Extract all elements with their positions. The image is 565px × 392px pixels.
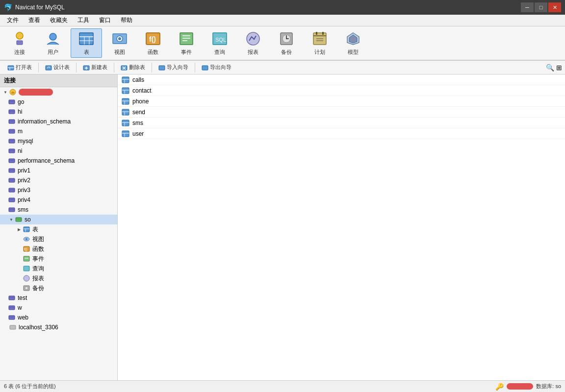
toolbar-user-label: 用户 bbox=[48, 49, 58, 56]
action-export[interactable]: 导出向导 bbox=[197, 62, 236, 73]
action-sep-4 bbox=[152, 63, 152, 73]
toolbar-report[interactable]: 报表 bbox=[237, 28, 269, 58]
database-icon-priv2 bbox=[8, 176, 16, 184]
sidebar-item-ni[interactable]: ni bbox=[0, 146, 117, 156]
close-button[interactable]: ✕ bbox=[548, 2, 561, 12]
open-icon bbox=[7, 64, 14, 71]
maximize-button[interactable]: □ bbox=[535, 2, 547, 12]
event-group-icon bbox=[23, 255, 30, 263]
svg-rect-44 bbox=[9, 100, 15, 104]
report-icon bbox=[245, 31, 261, 47]
toolbar-model-label: 模型 bbox=[348, 49, 359, 56]
minimize-button[interactable]: ─ bbox=[521, 2, 534, 12]
menu-view[interactable]: 查看 bbox=[24, 15, 45, 25]
sidebar-item-mysql[interactable]: mysql bbox=[0, 136, 117, 146]
grid-icon[interactable]: ⊞ bbox=[556, 64, 562, 72]
table-name-calls: calls bbox=[132, 76, 144, 83]
table-group-icon bbox=[23, 225, 30, 233]
menu-tools[interactable]: 工具 bbox=[73, 15, 94, 25]
sidebar-item-connection1[interactable]: ▼ db bbox=[0, 87, 117, 97]
sidebar-item-priv1[interactable]: priv1 bbox=[0, 166, 117, 175]
db-so-label: so bbox=[25, 216, 31, 223]
list-item-calls[interactable]: calls bbox=[118, 74, 565, 85]
sidebar-item-web[interactable]: web bbox=[0, 313, 117, 322]
search-icon[interactable]: 🔍 bbox=[546, 64, 554, 72]
sidebar-item-localhost[interactable]: ▶ localhost_3306 bbox=[0, 322, 117, 332]
toolbar-table[interactable]: 表 bbox=[71, 28, 102, 58]
database-icon-m bbox=[8, 127, 16, 135]
toolbar-schedule[interactable]: 计划 bbox=[304, 28, 335, 58]
toolbar-query[interactable]: SQL 查询 bbox=[204, 28, 235, 58]
action-sep-2 bbox=[76, 63, 77, 73]
sidebar-item-priv3[interactable]: priv3 bbox=[0, 185, 117, 195]
model-icon bbox=[345, 31, 361, 47]
table-name-phone: phone bbox=[132, 98, 149, 105]
toolbar-user[interactable]: 用户 bbox=[37, 28, 69, 58]
sidebar: 连接 ▼ db go bbox=[0, 74, 118, 380]
toolbar-function-label: 函数 bbox=[148, 49, 158, 56]
database-icon-sms bbox=[8, 206, 16, 214]
action-open[interactable]: 打开表 bbox=[3, 62, 36, 73]
db-sms-label: sms bbox=[18, 206, 28, 213]
sidebar-item-so-function[interactable]: f() 函数 bbox=[0, 244, 117, 254]
database-icon-web bbox=[8, 314, 16, 321]
sidebar-item-so-view[interactable]: 视图 bbox=[0, 234, 117, 244]
svg-rect-68 bbox=[16, 218, 22, 221]
sidebar-item-priv4[interactable]: priv4 bbox=[0, 195, 117, 205]
svg-rect-85 bbox=[9, 306, 15, 310]
svg-rect-79 bbox=[24, 266, 29, 271]
sidebar-item-so[interactable]: ▼ so bbox=[0, 215, 117, 224]
list-item-sms[interactable]: sms bbox=[118, 118, 565, 128]
database-icon-so bbox=[15, 216, 23, 223]
action-delete[interactable]: 删除表 bbox=[116, 62, 150, 73]
toolbar-event[interactable]: 事件 bbox=[171, 28, 202, 58]
sidebar-item-m[interactable]: m bbox=[0, 126, 117, 136]
toolbar-backup[interactable]: 备份 bbox=[271, 28, 302, 58]
query-group-icon bbox=[23, 265, 30, 272]
backup-icon bbox=[279, 31, 294, 47]
sidebar-item-so-query[interactable]: 查询 bbox=[0, 264, 117, 273]
action-bar-right: 🔍 ⊞ bbox=[546, 64, 562, 72]
menu-help[interactable]: 帮助 bbox=[116, 15, 137, 25]
action-new[interactable]: 新建表 bbox=[78, 62, 112, 73]
database-icon-priv4 bbox=[8, 196, 16, 204]
report-group-icon bbox=[23, 274, 30, 282]
sidebar-item-go[interactable]: go bbox=[0, 97, 117, 107]
menu-favorites[interactable]: 收藏夹 bbox=[45, 15, 73, 25]
so-table-label: 表 bbox=[32, 225, 38, 234]
svg-rect-64 bbox=[9, 198, 15, 202]
sidebar-item-so-table[interactable]: ▶ 表 bbox=[0, 224, 117, 234]
svg-text:f(): f() bbox=[149, 35, 156, 43]
list-item-contact[interactable]: contact bbox=[118, 85, 565, 96]
svg-point-74 bbox=[26, 238, 27, 240]
database-icon-w bbox=[8, 304, 16, 312]
sidebar-item-so-backup[interactable]: 备份 bbox=[0, 283, 117, 293]
sidebar-item-test[interactable]: test bbox=[0, 293, 117, 303]
toolbar-model[interactable]: 模型 bbox=[337, 28, 369, 58]
menu-file[interactable]: 文件 bbox=[2, 15, 24, 25]
svg-point-82 bbox=[25, 287, 28, 290]
svg-rect-58 bbox=[9, 169, 15, 172]
toolbar-view[interactable]: 视图 bbox=[104, 28, 135, 58]
sidebar-item-w[interactable]: w bbox=[0, 303, 117, 313]
action-import[interactable]: → 导入向导 bbox=[154, 62, 193, 73]
menu-window[interactable]: 窗口 bbox=[94, 15, 116, 25]
title-controls[interactable]: ─ □ ✕ bbox=[521, 2, 561, 12]
toolbar-function[interactable]: f() 函数 bbox=[137, 28, 169, 58]
toolbar-connect[interactable]: 连接 bbox=[4, 28, 35, 58]
list-item-user[interactable]: user bbox=[118, 128, 565, 139]
sidebar-item-hi[interactable]: hi bbox=[0, 107, 117, 117]
status-bar: 6 表 (6 位于当前的组) 🔑 数据库: so bbox=[0, 380, 565, 392]
svg-rect-102 bbox=[122, 120, 129, 126]
toolbar-event-label: 事件 bbox=[181, 49, 192, 56]
list-item-send[interactable]: send bbox=[118, 107, 565, 118]
sidebar-item-so-report[interactable]: 报表 bbox=[0, 273, 117, 283]
sidebar-item-so-event[interactable]: 事件 bbox=[0, 254, 117, 264]
action-design[interactable]: 设计表 bbox=[41, 62, 74, 73]
table-icon bbox=[78, 31, 94, 47]
sidebar-item-information_schema[interactable]: information_schema bbox=[0, 117, 117, 126]
list-item-phone[interactable]: phone bbox=[118, 96, 565, 107]
sidebar-item-performance_schema[interactable]: performance_schema bbox=[0, 156, 117, 166]
sidebar-item-priv2[interactable]: priv2 bbox=[0, 175, 117, 185]
sidebar-item-sms[interactable]: sms bbox=[0, 205, 117, 215]
